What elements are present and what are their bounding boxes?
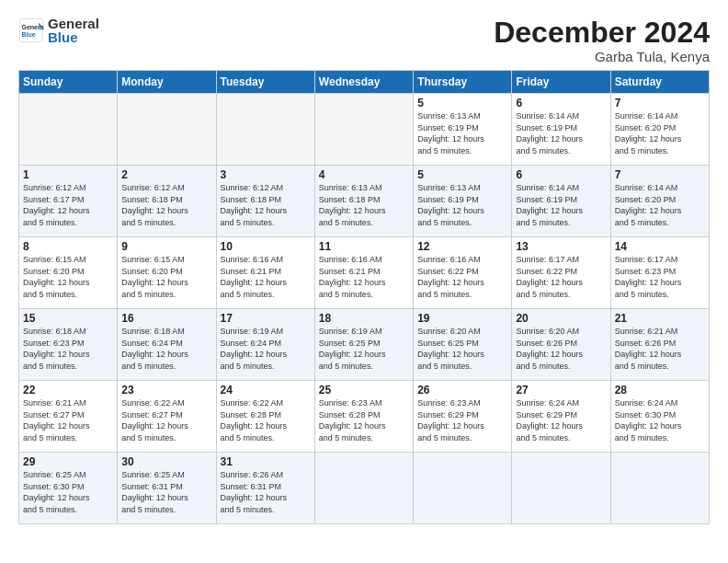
day-number: 14 bbox=[615, 240, 705, 253]
logo: General Blue General Blue bbox=[18, 17, 99, 44]
day-cell-9: 9 Sunrise: 6:15 AMSunset: 6:20 PMDayligh… bbox=[118, 237, 216, 309]
day-info: Sunrise: 6:14 AMSunset: 6:19 PMDaylight:… bbox=[516, 110, 606, 156]
day-number: 17 bbox=[221, 312, 311, 325]
day-cell-empty bbox=[118, 94, 216, 166]
day-cell-31: 31 Sunrise: 6:26 AMSunset: 6:31 PMDaylig… bbox=[216, 453, 314, 524]
day-cell-22: 22 Sunrise: 6:21 AMSunset: 6:27 PMDaylig… bbox=[19, 381, 118, 453]
day-cell-empty bbox=[216, 94, 314, 166]
col-friday: Friday bbox=[512, 71, 610, 94]
day-number: 9 bbox=[121, 240, 211, 253]
day-cell-13: 13 Sunrise: 6:17 AMSunset: 6:22 PMDaylig… bbox=[512, 237, 610, 309]
day-cell-empty bbox=[414, 453, 512, 524]
day-cell-15: 15 Sunrise: 6:18 AMSunset: 6:23 PMDaylig… bbox=[19, 309, 118, 381]
day-info: Sunrise: 6:16 AMSunset: 6:21 PMDaylight:… bbox=[221, 254, 311, 300]
day-info: Sunrise: 6:12 AMSunset: 6:18 PMDaylight:… bbox=[221, 182, 311, 228]
day-info: Sunrise: 6:26 AMSunset: 6:31 PMDaylight:… bbox=[221, 469, 311, 515]
day-info: Sunrise: 6:19 AMSunset: 6:24 PMDaylight:… bbox=[221, 326, 311, 372]
day-cell-empty bbox=[314, 453, 413, 524]
day-cell-20: 20 Sunrise: 6:20 AMSunset: 6:26 PMDaylig… bbox=[512, 309, 610, 381]
logo-general-text: General bbox=[48, 17, 99, 30]
day-number: 4 bbox=[319, 168, 409, 181]
day-info: Sunrise: 6:18 AMSunset: 6:24 PMDaylight:… bbox=[121, 326, 211, 372]
day-number: 29 bbox=[23, 455, 113, 468]
day-number: 8 bbox=[23, 240, 113, 253]
day-number: 25 bbox=[319, 384, 409, 396]
day-info: Sunrise: 6:24 AMSunset: 6:29 PMDaylight:… bbox=[516, 397, 606, 443]
day-cell-3: 3 Sunrise: 6:12 AMSunset: 6:18 PMDayligh… bbox=[216, 166, 314, 237]
day-cell-5b: 5 Sunrise: 6:13 AMSunset: 6:19 PMDayligh… bbox=[414, 166, 512, 237]
day-number: 26 bbox=[417, 384, 507, 396]
day-number: 10 bbox=[221, 240, 311, 253]
title-block: December 2024 Garba Tula, Kenya bbox=[494, 17, 710, 64]
day-cell-17: 17 Sunrise: 6:19 AMSunset: 6:24 PMDaylig… bbox=[216, 309, 314, 381]
day-info: Sunrise: 6:13 AMSunset: 6:19 PMDaylight:… bbox=[417, 182, 507, 228]
week-row-5: 22 Sunrise: 6:21 AMSunset: 6:27 PMDaylig… bbox=[19, 381, 710, 453]
day-number: 16 bbox=[121, 312, 211, 325]
day-info: Sunrise: 6:16 AMSunset: 6:22 PMDaylight:… bbox=[417, 254, 507, 300]
day-cell-23: 23 Sunrise: 6:22 AMSunset: 6:27 PMDaylig… bbox=[118, 381, 216, 453]
col-wednesday: Wednesday bbox=[314, 71, 413, 94]
day-number: 15 bbox=[23, 312, 113, 325]
day-cell-7b: 7 Sunrise: 6:14 AMSunset: 6:20 PMDayligh… bbox=[610, 166, 709, 237]
day-info: Sunrise: 6:22 AMSunset: 6:27 PMDaylight:… bbox=[121, 397, 211, 443]
col-tuesday: Tuesday bbox=[216, 71, 314, 94]
day-info: Sunrise: 6:12 AMSunset: 6:18 PMDaylight:… bbox=[121, 182, 211, 228]
day-info: Sunrise: 6:12 AMSunset: 6:17 PMDaylight:… bbox=[23, 182, 113, 228]
col-monday: Monday bbox=[118, 71, 216, 94]
day-number: 24 bbox=[221, 384, 311, 396]
day-number: 5 bbox=[417, 168, 507, 181]
day-info: Sunrise: 6:20 AMSunset: 6:25 PMDaylight:… bbox=[417, 326, 507, 372]
svg-rect-0 bbox=[19, 18, 42, 41]
day-number: 6 bbox=[516, 97, 606, 109]
day-info: Sunrise: 6:21 AMSunset: 6:27 PMDaylight:… bbox=[23, 397, 113, 443]
day-number: 13 bbox=[516, 240, 606, 253]
day-cell-empty bbox=[314, 94, 413, 166]
col-sunday: Sunday bbox=[19, 71, 118, 94]
week-row-3: 8 Sunrise: 6:15 AMSunset: 6:20 PMDayligh… bbox=[19, 237, 710, 309]
day-info: Sunrise: 6:17 AMSunset: 6:23 PMDaylight:… bbox=[615, 254, 705, 300]
day-cell-1: 1 Sunrise: 6:12 AMSunset: 6:17 PMDayligh… bbox=[19, 166, 118, 237]
week-row-4: 15 Sunrise: 6:18 AMSunset: 6:23 PMDaylig… bbox=[19, 309, 710, 381]
day-number: 11 bbox=[319, 240, 409, 253]
day-cell-empty bbox=[610, 453, 709, 524]
day-cell-6b: 6 Sunrise: 6:14 AMSunset: 6:19 PMDayligh… bbox=[512, 166, 610, 237]
day-info: Sunrise: 6:23 AMSunset: 6:29 PMDaylight:… bbox=[417, 397, 507, 443]
day-cell-empty bbox=[19, 94, 118, 166]
day-number: 7 bbox=[615, 97, 705, 109]
day-number: 1 bbox=[23, 168, 113, 181]
day-number: 3 bbox=[221, 168, 311, 181]
day-info: Sunrise: 6:15 AMSunset: 6:20 PMDaylight:… bbox=[23, 254, 113, 300]
day-cell-28: 28 Sunrise: 6:24 AMSunset: 6:30 PMDaylig… bbox=[610, 381, 709, 453]
day-number: 18 bbox=[319, 312, 409, 325]
day-cell-19: 19 Sunrise: 6:20 AMSunset: 6:25 PMDaylig… bbox=[414, 309, 512, 381]
day-info: Sunrise: 6:13 AMSunset: 6:18 PMDaylight:… bbox=[319, 182, 409, 228]
day-cell-empty bbox=[512, 453, 610, 524]
day-info: Sunrise: 6:14 AMSunset: 6:19 PMDaylight:… bbox=[516, 182, 606, 228]
month-title: December 2024 bbox=[494, 17, 710, 49]
day-cell-2: 2 Sunrise: 6:12 AMSunset: 6:18 PMDayligh… bbox=[118, 166, 216, 237]
logo-blue-text: Blue bbox=[48, 30, 99, 44]
day-cell-14: 14 Sunrise: 6:17 AMSunset: 6:23 PMDaylig… bbox=[610, 237, 709, 309]
day-info: Sunrise: 6:24 AMSunset: 6:30 PMDaylight:… bbox=[615, 397, 705, 443]
day-cell-27: 27 Sunrise: 6:24 AMSunset: 6:29 PMDaylig… bbox=[512, 381, 610, 453]
day-number: 12 bbox=[417, 240, 507, 253]
day-info: Sunrise: 6:14 AMSunset: 6:20 PMDaylight:… bbox=[615, 182, 705, 228]
day-number: 20 bbox=[516, 312, 606, 325]
day-cell-4: 4 Sunrise: 6:13 AMSunset: 6:18 PMDayligh… bbox=[314, 166, 413, 237]
day-number: 27 bbox=[516, 384, 606, 396]
day-cell-24: 24 Sunrise: 6:22 AMSunset: 6:28 PMDaylig… bbox=[216, 381, 314, 453]
week-row-1: 5 Sunrise: 6:13 AMSunset: 6:19 PMDayligh… bbox=[19, 94, 710, 166]
day-info: Sunrise: 6:16 AMSunset: 6:21 PMDaylight:… bbox=[319, 254, 409, 300]
day-info: Sunrise: 6:21 AMSunset: 6:26 PMDaylight:… bbox=[615, 326, 705, 372]
day-number: 2 bbox=[121, 168, 211, 181]
day-info: Sunrise: 6:22 AMSunset: 6:28 PMDaylight:… bbox=[221, 397, 311, 443]
page-container: General Blue General Blue December 2024 … bbox=[0, 0, 728, 534]
day-cell-8: 8 Sunrise: 6:15 AMSunset: 6:20 PMDayligh… bbox=[19, 237, 118, 309]
day-cell-30: 30 Sunrise: 6:25 AMSunset: 6:31 PMDaylig… bbox=[118, 453, 216, 524]
logo-text: General Blue bbox=[48, 17, 99, 44]
day-cell-10: 10 Sunrise: 6:16 AMSunset: 6:21 PMDaylig… bbox=[216, 237, 314, 309]
day-info: Sunrise: 6:23 AMSunset: 6:28 PMDaylight:… bbox=[319, 397, 409, 443]
week-row-6: 29 Sunrise: 6:25 AMSunset: 6:30 PMDaylig… bbox=[19, 453, 710, 524]
logo-icon: General Blue bbox=[18, 17, 44, 43]
calendar-header-row: Sunday Monday Tuesday Wednesday Thursday… bbox=[19, 71, 710, 94]
